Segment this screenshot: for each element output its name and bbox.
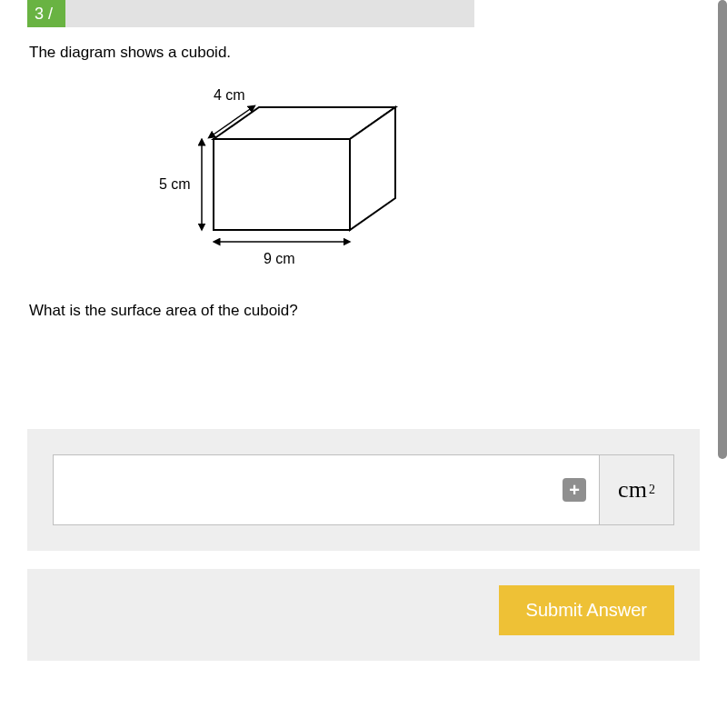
diagram-bottom-label: 9 cm <box>264 251 295 266</box>
diagram-top-label: 4 cm <box>214 89 245 103</box>
submit-answer-button[interactable]: Submit Answer <box>499 585 674 635</box>
unit-label: cm2 <box>600 454 674 525</box>
plus-icon[interactable]: + <box>563 478 586 502</box>
question-intro-text: The diagram shows a cuboid. <box>29 44 700 62</box>
answer-section: + cm2 <box>27 429 700 551</box>
diagram-left-label: 5 cm <box>159 176 191 192</box>
answer-input-container: + <box>53 454 600 525</box>
svg-rect-0 <box>214 139 350 230</box>
unit-exponent: 2 <box>649 483 655 497</box>
question-number-badge: 3 / <box>27 0 65 27</box>
cuboid-diagram: 4 cm 5 cm 9 cm <box>27 80 700 302</box>
scrollbar[interactable] <box>718 0 727 459</box>
unit-text: cm <box>618 476 647 504</box>
answer-input[interactable] <box>66 455 563 524</box>
button-section: Submit Answer <box>27 569 700 661</box>
header-bar <box>65 0 474 27</box>
question-header: 3 / <box>27 0 700 27</box>
question-prompt-text: What is the surface area of the cuboid? <box>29 302 700 320</box>
